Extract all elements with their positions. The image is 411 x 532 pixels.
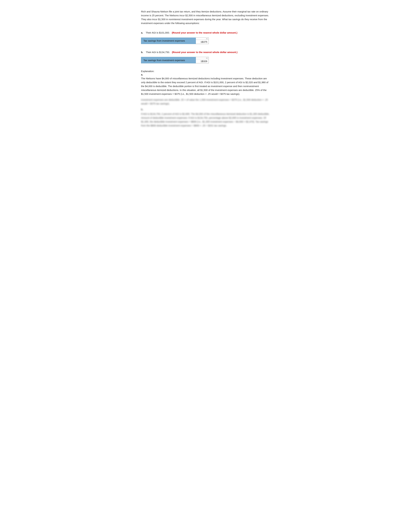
part-b-text: Their AGI is $134,750. — [146, 51, 170, 54]
explanation-text-a: The Nielsons have $4,000 of miscellaneou… — [141, 76, 270, 96]
question-a-label: a. Their AGI is $101,000. (Round your an… — [141, 31, 270, 35]
part-a-value-box[interactable]: +/- 1$375 — [196, 38, 209, 44]
question-b-block: b. Their AGI is $134,750. (Round your an… — [141, 50, 270, 64]
explanation-part-b-label: b. — [141, 107, 270, 111]
part-b-round-note: (Round your answer to the nearest whole … — [172, 51, 238, 54]
part-a-round-note: (Round your answer to the nearest whole … — [172, 31, 237, 34]
part-b-letter: b. — [141, 51, 143, 54]
part-a-input-row: Tax savings from investment expenses +/-… — [141, 38, 209, 44]
part-a-plus-minus: +/- — [196, 38, 209, 40]
question-a-block: a. Their AGI is $101,000. (Round your an… — [141, 31, 270, 44]
part-b-input-row: Tax savings from investment expenses +/-… — [141, 57, 209, 63]
part-b-value[interactable]: 1$326 — [196, 59, 209, 63]
part-a-value[interactable]: 1$375 — [196, 40, 209, 44]
intro-paragraph: Rich and Shauna Nielson file a joint tax… — [141, 10, 270, 25]
explanation-title: Explanation: — [141, 70, 270, 73]
part-a-letter: a. — [141, 31, 143, 34]
explanation-blurred-a: investment expenses are deductible. 25 ×… — [141, 98, 270, 105]
explanation-section: Explanation: a. The Nielsons have $4,000… — [141, 70, 270, 127]
part-b-value-box[interactable]: +/- 1$326 — [196, 57, 209, 63]
part-a-field-label: Tax savings from investment expenses — [141, 38, 196, 44]
explanation-part-a-label: a. — [141, 73, 270, 76]
part-b-plus-minus: +/- — [196, 57, 209, 59]
question-b-label: b. Their AGI is $134,750. (Round your an… — [141, 50, 270, 54]
explanation-blurred-b: If AGI is $134,750, 2 percent of AGI is … — [141, 112, 270, 127]
part-a-text: Their AGI is $101,000. — [146, 31, 170, 34]
part-b-field-label: Tax savings from investment expenses — [141, 57, 196, 63]
